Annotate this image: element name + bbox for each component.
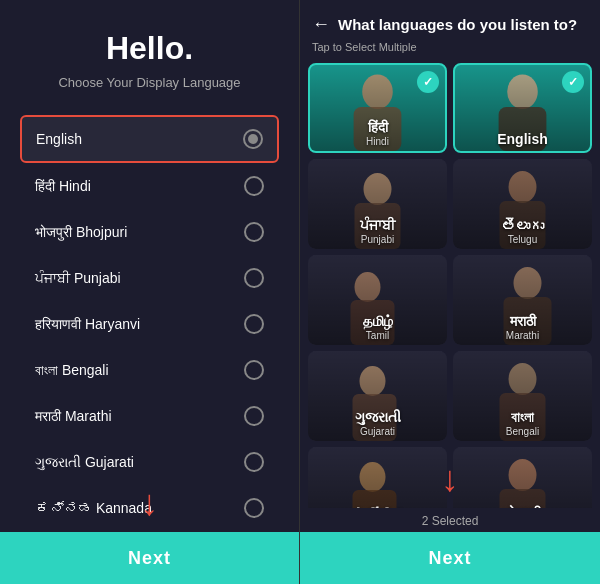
- check-badge: ✓: [417, 71, 439, 93]
- red-arrow-indicator: ↓: [141, 482, 159, 524]
- language-item-english[interactable]: English: [20, 115, 279, 163]
- right-next-button[interactable]: Next: [300, 532, 600, 584]
- card-label: मराठी Marathi: [453, 313, 592, 341]
- language-label: ગુજરાતી Gujarati: [35, 454, 134, 471]
- right-bottom-section: ↓ 2 Selected Next: [300, 508, 600, 584]
- language-label: English: [36, 131, 82, 147]
- card-label: ಕನ್ನಡ Kannada: [308, 506, 447, 508]
- card-label: ગુજરાતી Gujarati: [308, 409, 447, 437]
- language-grid: ✓ हिंदी Hindi ✓ English: [300, 63, 600, 508]
- lang-card-tamil[interactable]: தமிழ் Tamil: [308, 255, 447, 345]
- lang-card-kannada[interactable]: ಕನ್ನಡ Kannada: [308, 447, 447, 508]
- language-item-bengali[interactable]: বাংলা Bengali: [20, 347, 279, 393]
- check-badge: ✓: [562, 71, 584, 93]
- right-header: ← What languages do you listen to?: [300, 0, 600, 39]
- card-label: தமிழ் Tamil: [308, 313, 447, 341]
- language-item-marathi[interactable]: मराठी Marathi: [20, 393, 279, 439]
- radio-empty: [244, 406, 264, 426]
- native-name: English: [455, 131, 590, 147]
- card-label: ਪੰਜਾਬੀ Punjabi: [308, 217, 447, 245]
- language-label: भोजपुरी Bhojpuri: [35, 224, 127, 241]
- lang-card-marathi[interactable]: मराठी Marathi: [453, 255, 592, 345]
- lang-card-gujarati[interactable]: ગુજરાતી Gujarati: [308, 351, 447, 441]
- language-label: বাংলা Bengali: [35, 362, 109, 379]
- card-label: తెలుగు Telugu: [453, 218, 592, 245]
- language-label: हरियाणवी Haryanvi: [35, 316, 140, 333]
- language-item-hindi[interactable]: हिंदी Hindi: [20, 163, 279, 209]
- card-label: भोजपुरी Bhojpuri: [453, 505, 592, 508]
- right-arrow-indicator: ↓: [441, 458, 459, 500]
- lang-card-punjabi[interactable]: ਪੰਜਾਬੀ Punjabi: [308, 159, 447, 249]
- radio-empty: [244, 176, 264, 196]
- radio-empty: [244, 222, 264, 242]
- english-name: Telugu: [453, 234, 592, 245]
- radio-empty: [244, 452, 264, 472]
- choose-subtitle: Choose Your Display Language: [58, 75, 240, 90]
- language-item-gujarati[interactable]: ગુજરાતી Gujarati: [20, 439, 279, 485]
- card-overlay: [453, 447, 592, 508]
- native-name: भोजपुरी: [453, 505, 592, 508]
- english-name: Hindi: [310, 136, 445, 147]
- radio-empty: [244, 498, 264, 518]
- native-name: বাংলা: [453, 409, 592, 426]
- native-name: తెలుగు: [453, 218, 592, 234]
- language-label: मराठी Marathi: [35, 408, 112, 425]
- radio-empty: [244, 360, 264, 380]
- lang-card-hindi[interactable]: ✓ हिंदी Hindi: [308, 63, 447, 153]
- card-overlay: [308, 447, 447, 508]
- english-name: Bengali: [453, 426, 592, 437]
- tap-hint: Tap to Select Multiple: [300, 39, 600, 63]
- lang-card-english[interactable]: ✓ English: [453, 63, 592, 153]
- native-name: ಕನ್ನಡ: [308, 506, 447, 508]
- language-item-bhojpuri[interactable]: भोजपुरी Bhojpuri: [20, 209, 279, 255]
- card-label: English: [455, 131, 590, 147]
- native-name: हिंदी: [310, 119, 445, 136]
- left-panel: Hello. Choose Your Display Language Engl…: [0, 0, 300, 584]
- native-name: தமிழ்: [308, 313, 447, 330]
- card-label: বাংলা Bengali: [453, 409, 592, 437]
- lang-card-bhojpuri[interactable]: भोजपुरी Bhojpuri: [453, 447, 592, 508]
- language-label: ਪੰਜਾਬੀ Punjabi: [35, 270, 121, 287]
- radio-selected: [243, 129, 263, 149]
- lang-card-bengali[interactable]: বাংলা Bengali: [453, 351, 592, 441]
- language-item-haryanvi[interactable]: हरियाणवी Haryanvi: [20, 301, 279, 347]
- back-button[interactable]: ←: [312, 14, 330, 35]
- native-name: ગુજરાતી: [308, 409, 447, 426]
- english-name: Marathi: [453, 330, 592, 341]
- left-next-button[interactable]: Next: [0, 532, 299, 584]
- native-name: ਪੰਜਾਬੀ: [308, 217, 447, 234]
- right-title: What languages do you listen to?: [338, 16, 577, 33]
- english-name: Punjabi: [308, 234, 447, 245]
- language-label: ಕನ್ನಡ Kannada: [35, 500, 152, 516]
- radio-empty: [244, 314, 264, 334]
- radio-empty: [244, 268, 264, 288]
- language-label: हिंदी Hindi: [35, 178, 91, 195]
- lang-card-telugu[interactable]: తెలుగు Telugu: [453, 159, 592, 249]
- hello-title: Hello.: [106, 30, 193, 67]
- card-label: हिंदी Hindi: [310, 119, 445, 147]
- radio-inner: [248, 134, 258, 144]
- right-panel: ← What languages do you listen to? Tap t…: [300, 0, 600, 584]
- english-name: Tamil: [308, 330, 447, 341]
- english-name: Gujarati: [308, 426, 447, 437]
- language-item-punjabi[interactable]: ਪੰਜਾਬੀ Punjabi: [20, 255, 279, 301]
- selected-count: 2 Selected: [300, 508, 600, 532]
- native-name: मराठी: [453, 313, 592, 330]
